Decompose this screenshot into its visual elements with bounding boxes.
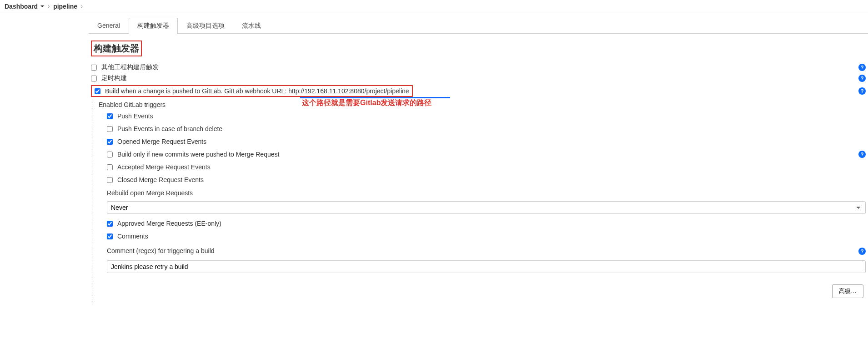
config-tabs: General 构建触发器 高级项目选项 流水线 (89, 18, 868, 34)
help-icon[interactable]: ? (858, 151, 866, 158)
label-approved-mr: Approved Merge Requests (EE-only) (117, 220, 221, 227)
checkbox-accepted-mr[interactable] (107, 164, 113, 170)
checkbox-push-delete[interactable] (107, 126, 113, 132)
breadcrumb-project[interactable]: pipeline (53, 3, 77, 10)
label-push-events: Push Events (117, 112, 153, 120)
label-after-other-build: 其他工程构建后触发 (101, 63, 159, 71)
label-push-delete: Push Events in case of branch delete (117, 125, 222, 132)
section-title-build-triggers: 构建触发器 (91, 41, 142, 56)
checkbox-after-other-build[interactable] (91, 65, 97, 71)
tab-advanced-options[interactable]: 高级项目选项 (178, 18, 233, 34)
label-comments: Comments (117, 233, 148, 240)
label-build-only-new: Build only if new commits were pushed to… (117, 151, 279, 158)
breadcrumb: Dashboard › pipeline › (0, 0, 868, 13)
chevron-right-icon: › (48, 3, 50, 10)
breadcrumb-dashboard[interactable]: Dashboard (5, 3, 44, 10)
label-rebuild-open-mr: Rebuild open Merge Requests (107, 188, 866, 199)
annotation-text: 这个路径就是需要Gitlab发送请求的路径 (302, 98, 431, 108)
input-comment-regex[interactable] (107, 260, 866, 273)
label-comment-regex: Comment (regex) for triggering a build (107, 245, 215, 257)
checkbox-gitlab-push[interactable] (95, 88, 100, 94)
checkbox-approved-mr[interactable] (107, 221, 113, 227)
tab-pipeline[interactable]: 流水线 (233, 18, 270, 34)
checkbox-push-events[interactable] (107, 113, 113, 119)
help-icon[interactable]: ? (858, 87, 866, 95)
select-rebuild-open-mr[interactable]: Never (107, 201, 866, 214)
checkbox-closed-mr[interactable] (107, 177, 113, 183)
checkbox-opened-mr[interactable] (107, 139, 113, 145)
checkbox-comments[interactable] (107, 233, 113, 239)
advanced-button[interactable]: 高级… (832, 284, 863, 298)
help-icon[interactable]: ? (858, 75, 866, 82)
highlight-gitlab-trigger: Build when a change is pushed to GitLab.… (91, 85, 413, 97)
label-opened-mr: Opened Merge Request Events (117, 138, 206, 145)
label-closed-mr: Closed Merge Request Events (117, 176, 204, 183)
chevron-right-icon: › (81, 3, 83, 10)
checkbox-build-only-new[interactable] (107, 152, 113, 157)
label-enabled-gitlab-triggers: Enabled GitLab triggers (99, 99, 166, 111)
help-icon[interactable]: ? (858, 248, 866, 255)
label-gitlab-push: Build when a change is pushed to GitLab.… (105, 87, 409, 95)
tab-build-triggers[interactable]: 构建触发器 (129, 18, 178, 34)
help-icon[interactable]: ? (858, 64, 866, 71)
label-accepted-mr: Accepted Merge Request Events (117, 163, 211, 171)
label-scheduled-build: 定时构建 (101, 74, 127, 82)
checkbox-scheduled-build[interactable] (91, 76, 97, 81)
tab-general[interactable]: General (89, 18, 129, 34)
